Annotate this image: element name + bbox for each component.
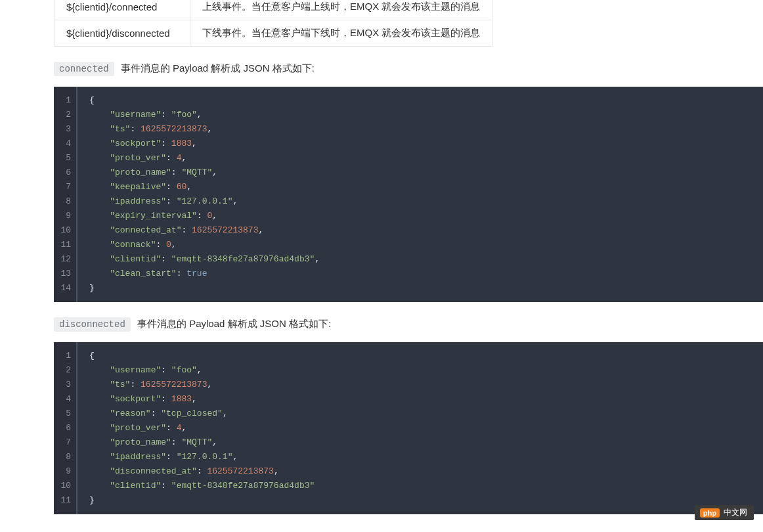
table-row: ${clientid}/connected 上线事件。当任意客户端上线时，EMQ… — [54, 0, 492, 20]
watermark-text: 中文网 — [724, 507, 747, 514]
disconnected-intro: disconnected 事件消息的 Payload 解析成 JSON 格式如下… — [54, 315, 763, 333]
topic-cell: ${clientid}/connected — [54, 0, 190, 20]
line-gutter: 1234567891011 — [54, 342, 77, 514]
para-text: 事件消息的 Payload 解析成 JSON 格式如下: — [137, 318, 331, 329]
inline-code: disconnected — [54, 317, 131, 332]
watermark: php 中文网 — [695, 505, 754, 514]
table-row: ${clientid}/disconnected 下线事件。当任意客户端下线时，… — [54, 20, 492, 47]
code-content: { "username": "foo", "ts": 1625572213873… — [77, 87, 320, 302]
code-content: { "username": "foo", "ts": 1625572213873… — [77, 342, 315, 514]
connected-intro: connected 事件消息的 Payload 解析成 JSON 格式如下: — [54, 60, 763, 78]
topic-table: ${clientid}/connected 上线事件。当任意客户端上线时，EMQ… — [54, 0, 492, 47]
php-logo: php — [700, 508, 720, 514]
line-gutter: 1234567891011121314 — [54, 87, 77, 302]
disconnected-code-block: 1234567891011 { "username": "foo", "ts":… — [54, 342, 763, 514]
desc-cell: 下线事件。当任意客户端下线时，EMQX 就会发布该主题的消息 — [190, 20, 492, 47]
desc-cell: 上线事件。当任意客户端上线时，EMQX 就会发布该主题的消息 — [190, 0, 492, 20]
inline-code: connected — [54, 62, 114, 76]
topic-cell: ${clientid}/disconnected — [54, 20, 190, 47]
para-text: 事件消息的 Payload 解析成 JSON 格式如下: — [121, 62, 315, 74]
connected-code-block: 1234567891011121314 { "username": "foo",… — [54, 87, 763, 302]
